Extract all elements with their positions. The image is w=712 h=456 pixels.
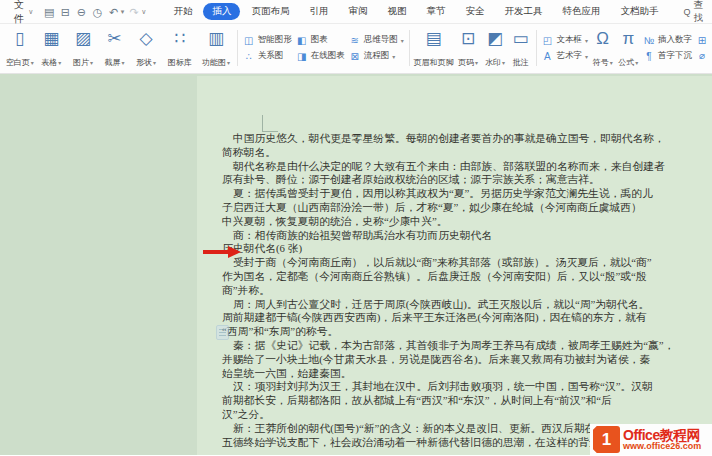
- shapes-icon: ◇: [139, 29, 152, 49]
- insert-number-icon: №: [643, 35, 655, 46]
- tab-security[interactable]: 安全: [456, 3, 493, 20]
- doc-line[interactable]: 简称朝名。: [222, 146, 702, 160]
- smart-graphics-icon: ◫: [243, 35, 255, 46]
- doc-line[interactable]: 秦：据《史记》记载，本为古部落，其首领非子为周孝王养马有成绩，被周孝王赐姓为“嬴…: [222, 339, 702, 353]
- doc-line[interactable]: 并赐给了一小块土地(今甘肃天水县，另说是陇西谷名)。后来襄又救周有功被封为诸侯，…: [222, 353, 702, 367]
- flowchart-button[interactable]: ⊠ 流程图▾: [349, 50, 404, 62]
- tab-special-features[interactable]: 特色应用: [553, 3, 609, 20]
- icon-library-button[interactable]: ∷ 图标库: [162, 26, 198, 70]
- doc-line[interactable]: 子启西迁大夏（山西南部汾浍一带）后，才称“夏”，姒少康在纶城（今河南商丘虞城西）: [222, 201, 702, 215]
- clipboard-marker-icon[interactable]: [216, 325, 229, 340]
- doc-line[interactable]: 前期都长安，后期都洛阳，故从都城上有“西汉”和“东汉”，从时间上有“前汉”和“后: [222, 394, 702, 408]
- doc-line[interactable]: 始皇统一六国，始建秦国。: [222, 367, 702, 381]
- flowchart-icon: ⊠: [349, 51, 361, 62]
- wordart-icon: A: [541, 51, 553, 62]
- doc-line[interactable]: 汉”之分。: [222, 408, 702, 422]
- undo-icon[interactable]: ↶: [108, 2, 120, 22]
- doc-line[interactable]: “西周”和“东周”的称号。: [222, 325, 702, 339]
- attachment-button[interactable]: ⌀: [696, 50, 708, 61]
- header-footer-label: 页眉和页脚: [413, 57, 453, 68]
- chevron-down-icon: ▾: [635, 59, 638, 66]
- object-window-button[interactable]: ⊞: [696, 35, 708, 46]
- document-canvas: 中国历史悠久，朝代更是零星纷繁。每朝的创建者要首办的事就是确立国号，即朝代名称，…: [0, 74, 712, 455]
- comment-icon: ▭: [513, 29, 529, 49]
- ribbon-separator: [237, 30, 238, 66]
- save-icon[interactable]: ▤: [43, 2, 55, 22]
- tab-developer[interactable]: 开发工具: [495, 3, 551, 20]
- doc-line[interactable]: 商”并称。: [222, 284, 702, 298]
- blank-page-button[interactable]: ▯ 空白页▾: [4, 26, 36, 70]
- smart-graphics-button[interactable]: ◫ 智能图形: [243, 34, 292, 46]
- shapes-label: 形状: [136, 57, 152, 68]
- tab-references[interactable]: 引用: [300, 3, 337, 20]
- chevron-down-icon: ▾: [90, 59, 93, 66]
- tab-section[interactable]: 章节: [417, 3, 454, 20]
- table-icon: ▦: [43, 29, 59, 49]
- doc-line[interactable]: 作为国名，定都亳（今河南商丘谷熟镇）。后盘庚迁殷（今河南安阳）后，又以“殷”或“…: [222, 270, 702, 284]
- chevron-down-icon: ▾: [401, 37, 404, 44]
- drop-cap-button[interactable]: ¶ 首字下沉: [643, 50, 692, 62]
- chevron-down-icon: ▾: [610, 59, 613, 66]
- doc-line[interactable]: 原有卦号、爵位；源于创建者原始政权统治的区域；源于宗族关系；寓意吉祥。: [222, 173, 702, 187]
- symbol-label: 符号: [593, 57, 609, 68]
- tab-home[interactable]: 开始: [164, 3, 201, 20]
- watermark-button[interactable]: ◩ 水印▾: [482, 26, 509, 70]
- comment-button[interactable]: ▭ 批注: [509, 26, 533, 70]
- menu-tabs: 开始 插入 页面布局 引用 审阅 视图 章节 安全 开发工具 特色应用 文档助手: [164, 3, 667, 20]
- document-text: 中国历史悠久，朝代更是零星纷繁。每朝的创建者要首办的事就是确立国号，即朝代名称，…: [222, 132, 702, 449]
- file-menu-button[interactable]: 文件 ∨: [8, 0, 39, 26]
- chart-button[interactable]: ◧ 图表: [296, 34, 345, 46]
- undo-dropdown-icon[interactable]: ▾: [121, 8, 125, 16]
- insert-number-button[interactable]: № 插入数字: [643, 34, 692, 46]
- equation-button[interactable]: π 公式▾: [615, 26, 641, 70]
- print-icon[interactable]: ⊟: [59, 2, 71, 22]
- redo-icon: ↷: [128, 2, 140, 22]
- ribbon-collapse-icon[interactable]: ∨: [141, 8, 146, 16]
- chevron-down-icon: ▾: [585, 37, 588, 44]
- online-chart-icon: ◨: [296, 51, 308, 62]
- search-button[interactable]: Q 查找: [683, 0, 704, 25]
- doc-line[interactable]: 汉：项羽封刘邦为汉王，其封地在汉中。后刘邦击败项羽，统一中国，国号称“汉”。汉朝: [222, 380, 702, 394]
- watermark-label: 水印: [485, 57, 501, 68]
- export-icon[interactable]: ⊖: [75, 2, 87, 22]
- page-number-button[interactable]: ⊡ 页码▾: [455, 26, 482, 70]
- doc-line[interactable]: 商：相传商族的始祖契曾帮助禹治水有功而历史朝代名: [222, 229, 702, 243]
- wordart-label: 艺术字: [556, 50, 582, 62]
- doc-line[interactable]: 朝代名称是由什么决定的呢？大致有五个来由：由部族、部落联盟的名称而来，来自创建者: [222, 160, 702, 174]
- chart-group: ◧ 图表 ◨ 在线图表: [294, 26, 347, 70]
- flowchart-label: 流程图: [364, 50, 390, 62]
- header-footer-button[interactable]: ▤ 页眉和页脚: [412, 26, 454, 70]
- doc-line[interactable]: 周：周人到古公亶父时，迁居于周原(今陕西岐山)。武王灭殷以后，就以“周”为朝代名…: [222, 298, 702, 312]
- doc-line[interactable]: 周前期建都于镐(今陕西西安西南)，后来平王东迁洛邑(今河南洛阳)，因在镐的东方，…: [222, 311, 702, 325]
- function-chart-button[interactable]: ▥ 功能图▾: [198, 26, 234, 70]
- drop-cap-icon: ¶: [643, 51, 655, 62]
- doc-line[interactable]: 受封于商（今河南商丘南），以后就以“商”来称其部落（或部族）。汤灭夏后，就以“商…: [222, 256, 702, 270]
- text-box-button[interactable]: ◰ 文本框▾: [541, 34, 588, 46]
- object-group: ⊞ ⌀: [694, 26, 710, 70]
- table-button[interactable]: ▦ 表格▾: [36, 26, 68, 70]
- shapes-button[interactable]: ◇ 形状▾: [130, 26, 162, 70]
- tab-review[interactable]: 审阅: [339, 3, 376, 20]
- symbol-button[interactable]: Ω 符号▾: [590, 26, 616, 70]
- tab-document-assistant[interactable]: 文档助手: [611, 3, 667, 20]
- screenshot-button[interactable]: ✂ 截屏▾: [99, 26, 131, 70]
- online-chart-label: 在线图表: [311, 50, 345, 62]
- tab-insert[interactable]: 插入: [203, 3, 240, 20]
- relation-map-icon: ∴: [243, 51, 255, 62]
- document-page[interactable]: 中国历史悠久，朝代更是零星纷繁。每朝的创建者要首办的事就是确立国号，即朝代名称，…: [197, 76, 712, 455]
- number-group: № 插入数字 ¶ 首字下沉: [641, 26, 694, 70]
- chart-icon: ◧: [296, 35, 308, 46]
- doc-line[interactable]: 中国历史悠久，朝代更是零星纷繁。每朝的创建者要首办的事就是确立国号，即朝代名称，: [222, 132, 702, 146]
- screenshot-icon: ✂: [107, 29, 121, 49]
- online-chart-button[interactable]: ◨ 在线图表: [296, 50, 345, 62]
- tab-view[interactable]: 视图: [378, 3, 415, 20]
- tab-page-layout[interactable]: 页面布局: [242, 3, 298, 20]
- doc-line[interactable]: 夏：据传禹曾受封于夏伯，因用以称其政权为“夏”。另据历史学家范文澜先生说，禹的儿: [222, 187, 702, 201]
- print-preview-icon[interactable]: ◷: [92, 2, 104, 22]
- picture-button[interactable]: ▨ 图片▾: [67, 26, 99, 70]
- mind-map-button[interactable]: ≋ 思维导图▾: [349, 34, 404, 46]
- doc-line-highlighted[interactable]: 历史朝代名(6 张): [222, 242, 702, 256]
- doc-line[interactable]: 中兴夏朝，恢复夏朝的统治，史称“少康中兴”。: [222, 215, 702, 229]
- wordart-button[interactable]: A 艺术字▾: [541, 50, 588, 62]
- relation-map-button[interactable]: ∴ 关系图: [243, 50, 292, 62]
